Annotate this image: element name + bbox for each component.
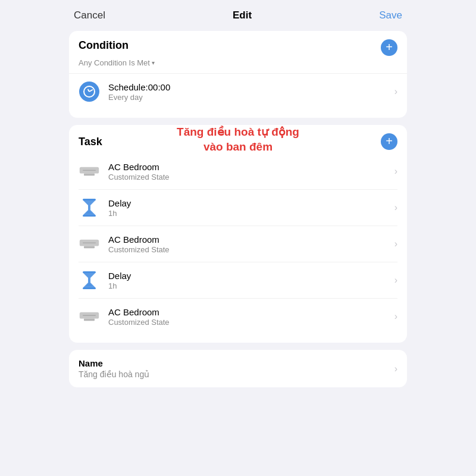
delay-subtitle-2: 1h xyxy=(108,281,386,290)
delay-title-1: Delay xyxy=(108,198,386,208)
overlay-line1: Tăng điều hoà tự động xyxy=(177,126,299,138)
schedule-row[interactable]: Schedule:00:00 Every day › xyxy=(79,74,397,109)
name-content: Name Tăng điều hoà ngủ xyxy=(79,358,394,379)
ac-title-3: AC Bedroom xyxy=(108,307,386,317)
delay-text-2: Delay 1h xyxy=(108,271,386,290)
task-section-wrapper: Task Tăng điều hoà tự động vào ban đêm + xyxy=(60,121,416,346)
chevron-icon: › xyxy=(394,311,397,322)
page-title: Edit xyxy=(233,10,252,21)
delay-title-2: Delay xyxy=(108,271,386,281)
plus-icon: + xyxy=(386,135,393,147)
add-task-button[interactable]: + xyxy=(381,133,397,150)
hourglass-icon-1 xyxy=(81,198,98,217)
ac-icon-container-3 xyxy=(79,306,100,327)
plus-icon: + xyxy=(386,41,393,53)
cancel-button[interactable]: Cancel xyxy=(74,10,105,21)
save-button[interactable]: Save xyxy=(379,10,402,21)
ac-subtitle-3: Customized State xyxy=(108,318,386,327)
ac-device-icon-2 xyxy=(79,237,100,251)
ac-device-icon-3 xyxy=(79,309,100,324)
caret-icon: ▾ xyxy=(152,60,155,66)
chevron-icon: › xyxy=(394,86,397,97)
clock-icon-container xyxy=(79,81,100,102)
ac-text-1: AC Bedroom Customized State xyxy=(108,162,386,181)
overlay-annotation: Tăng điều hoà tự động vào ban đêm xyxy=(161,125,315,154)
task-row-ac-2[interactable]: AC Bedroom Customized State › xyxy=(79,226,397,262)
task-row-delay-1[interactable]: Delay 1h › xyxy=(79,189,397,226)
hourglass-icon-container-1 xyxy=(79,197,100,218)
svg-rect-9 xyxy=(83,287,96,289)
svg-rect-11 xyxy=(84,319,95,321)
ac-subtitle-2: Customized State xyxy=(108,245,386,254)
task-row-ac-1[interactable]: AC Bedroom Customized State › xyxy=(79,154,397,189)
ac-title-1: AC Bedroom xyxy=(108,162,386,172)
condition-card: Condition + Any Condition Is Met ▾ Sched… xyxy=(69,31,407,118)
schedule-text: Schedule:00:00 Every day xyxy=(108,82,386,102)
condition-subtitle[interactable]: Any Condition Is Met ▾ xyxy=(79,58,397,67)
overlay-line2: vào ban đêm xyxy=(203,140,273,153)
ac-text-3: AC Bedroom Customized State xyxy=(108,307,386,327)
ac-device-icon-1 xyxy=(79,164,100,178)
condition-title: Condition xyxy=(79,39,129,52)
svg-rect-8 xyxy=(83,271,96,273)
svg-rect-3 xyxy=(83,199,96,201)
clock-face xyxy=(83,86,95,98)
task-card: Task Tăng điều hoà tự động vào ban đêm + xyxy=(69,125,407,343)
task-title: Task xyxy=(79,136,102,148)
hourglass-icon-container-2 xyxy=(79,270,100,291)
add-condition-button[interactable]: + xyxy=(381,39,397,56)
phone-container: Cancel Edit Save Condition + Any Conditi… xyxy=(60,0,416,476)
svg-rect-1 xyxy=(84,174,95,176)
ac-title-2: AC Bedroom xyxy=(108,234,386,245)
delay-text-1: Delay 1h xyxy=(108,198,386,218)
chevron-icon: › xyxy=(394,202,397,213)
header: Cancel Edit Save xyxy=(60,0,416,27)
schedule-title: Schedule:00:00 xyxy=(108,82,386,92)
ac-icon-container-2 xyxy=(79,233,100,255)
chevron-icon: › xyxy=(394,166,397,177)
svg-rect-6 xyxy=(84,246,95,249)
task-row-delay-2[interactable]: Delay 1h › xyxy=(79,262,397,298)
chevron-icon: › xyxy=(394,275,397,286)
ac-subtitle-1: Customized State xyxy=(108,173,386,181)
condition-header: Condition + xyxy=(79,39,397,56)
schedule-subtitle: Every day xyxy=(108,93,386,102)
ac-text-2: AC Bedroom Customized State xyxy=(108,234,386,254)
chevron-icon: › xyxy=(394,364,397,374)
task-header: Task Tăng điều hoà tự động vào ban đêm + xyxy=(79,133,397,150)
name-value: Tăng điều hoà ngủ xyxy=(79,369,394,379)
hourglass-icon-2 xyxy=(81,271,98,290)
chevron-icon: › xyxy=(394,239,397,249)
clock-hand-min xyxy=(89,89,93,92)
name-section[interactable]: Name Tăng điều hoà ngủ › xyxy=(69,350,407,387)
ac-icon-container-1 xyxy=(79,161,100,182)
delay-subtitle-1: 1h xyxy=(108,209,386,218)
clock-icon xyxy=(79,82,99,102)
svg-rect-4 xyxy=(83,215,96,217)
task-row-ac-3[interactable]: AC Bedroom Customized State › xyxy=(79,298,397,334)
name-label: Name xyxy=(79,358,394,368)
